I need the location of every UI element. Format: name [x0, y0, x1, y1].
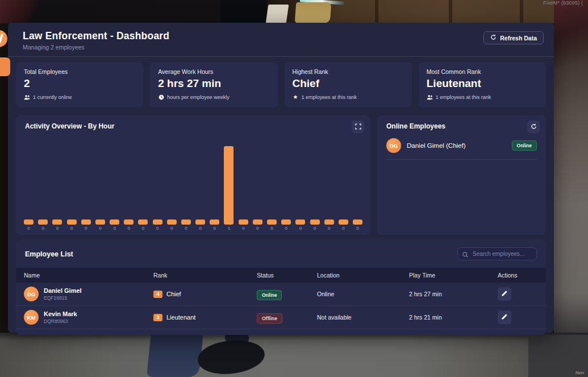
background-wall-slat — [449, 0, 452, 23]
stats-row: Total Employees 2 1 currently online Ave… — [16, 62, 546, 107]
bar-column: 0 — [193, 219, 207, 231]
side-tab[interactable] — [0, 57, 10, 76]
users-icon — [427, 94, 433, 100]
activity-bar[interactable] — [339, 219, 348, 225]
activity-bar[interactable] — [324, 219, 334, 225]
status-badge: Offline — [257, 313, 282, 324]
activity-bars: 000000000000001000000000 — [22, 146, 365, 231]
bar-column: 0 — [307, 219, 322, 231]
activity-bar[interactable] — [281, 219, 291, 225]
stat-value: 2 — [24, 77, 135, 90]
employee-id: EQF16815 — [44, 295, 82, 301]
bar-value-label: 0 — [214, 226, 216, 231]
bar-value-label: 0 — [299, 226, 302, 231]
activity-bar[interactable] — [67, 219, 77, 225]
rank-name: Chief — [166, 291, 181, 297]
activity-bar[interactable] — [181, 219, 191, 225]
pencil-icon — [501, 313, 508, 322]
activity-bar[interactable] — [124, 219, 134, 225]
avatar: DG — [386, 138, 401, 153]
bar-column: 0 — [179, 219, 193, 231]
bar-column: 0 — [65, 219, 79, 231]
status-badge: Online — [512, 140, 537, 151]
edit-employee-button[interactable] — [498, 287, 511, 301]
refresh-data-button[interactable]: Refresh Data — [483, 31, 544, 44]
bar-column: 0 — [93, 219, 107, 231]
activity-bar[interactable] — [24, 219, 34, 225]
bar-value-label: 0 — [270, 226, 273, 231]
avatar: KM — [24, 310, 39, 325]
play-time-cell: 2 hrs 21 min — [409, 314, 498, 321]
activity-bar[interactable] — [167, 219, 177, 225]
activity-bar[interactable] — [224, 146, 233, 225]
stat-footer-text: hours per employee weekly — [167, 94, 230, 100]
employee-list-title: Employee List — [25, 250, 73, 258]
actions-cell — [498, 310, 546, 324]
name-stack: Daniel Gimel EQF16815 — [44, 287, 82, 300]
fullscreen-icon — [355, 123, 361, 131]
bar-column: 0 — [36, 219, 50, 231]
bar-column: 0 — [136, 219, 150, 231]
edit-employee-button[interactable] — [498, 310, 511, 324]
bar-value-label: 0 — [128, 226, 130, 231]
activity-bar[interactable] — [153, 219, 162, 225]
bar-value-label: 0 — [356, 226, 358, 231]
activity-bar[interactable] — [353, 219, 362, 225]
bar-column: 0 — [236, 219, 251, 231]
bar-column: 0 — [22, 219, 36, 231]
bar-value-label: 0 — [42, 226, 44, 231]
stat-footer: 1 currently online — [24, 94, 135, 100]
activity-bar[interactable] — [110, 219, 119, 225]
refresh-online-button[interactable] — [527, 121, 540, 133]
background-player-leg — [147, 333, 203, 377]
bar-value-label: 0 — [342, 226, 344, 231]
online-employee-name: Daniel Gimel (Chief) — [407, 142, 466, 149]
background-wall-slat — [375, 0, 378, 23]
column-header-location: Location — [317, 272, 409, 279]
search-input[interactable] — [457, 247, 537, 260]
stat-card-average-work-hours: Average Work Hours 2 hrs 27 min hours pe… — [150, 62, 277, 107]
status-cell: Online — [257, 289, 317, 299]
stat-footer-text: 1 employees at this rank — [302, 94, 357, 100]
activity-bar[interactable] — [38, 219, 48, 225]
activity-bar[interactable] — [310, 219, 320, 225]
activity-bar[interactable] — [95, 219, 105, 225]
actions-cell — [498, 287, 546, 301]
bar-value-label: 0 — [170, 226, 173, 231]
background-monitor — [220, 0, 267, 23]
activity-bar[interactable] — [253, 219, 262, 225]
online-employee-item[interactable]: DG Daniel Gimel (Chief) Online — [386, 138, 537, 160]
table-row[interactable]: DG Daniel Gimel EQF16815 4 Chief Online … — [16, 283, 546, 306]
activity-bar[interactable] — [195, 219, 205, 225]
bar-column: 0 — [265, 219, 279, 231]
stat-footer-text: 1 currently online — [33, 94, 72, 100]
expand-chart-button[interactable] — [352, 121, 364, 133]
background-papers — [266, 5, 289, 23]
activity-bar[interactable] — [138, 219, 148, 225]
activity-bar[interactable] — [210, 219, 219, 225]
dashboard-header: Law Enforcement - Dashboard Managing 2 e… — [8, 23, 554, 57]
activity-bar[interactable] — [295, 219, 305, 225]
bar-value-label: 0 — [328, 226, 330, 231]
activity-bar[interactable] — [52, 219, 62, 225]
bar-column: 0 — [79, 219, 93, 231]
stat-label: Highest Rank — [293, 68, 404, 75]
clock-icon — [158, 94, 164, 100]
activity-bar[interactable] — [239, 219, 248, 225]
background-dark-corner — [554, 0, 588, 67]
activity-bar[interactable] — [267, 219, 277, 225]
table-row[interactable]: KM Kevin Mark DQR80963 3 Lieutenant Offl… — [16, 306, 546, 329]
side-logo — [0, 30, 7, 47]
background-game-scene-right — [554, 0, 588, 377]
bar-value-label: 1 — [228, 226, 230, 231]
bar-column: 0 — [322, 219, 336, 231]
stat-footer: hours per employee weekly — [158, 94, 269, 100]
search-wrap — [457, 247, 537, 260]
activity-bar[interactable] — [81, 219, 91, 225]
employee-name: Kevin Mark — [44, 310, 77, 318]
stat-label: Total Employees — [24, 68, 135, 75]
background-bag — [295, 2, 332, 23]
refresh-icon — [531, 123, 537, 131]
play-time-cell: 2 hrs 27 min — [409, 291, 498, 297]
bar-value-label: 0 — [256, 226, 258, 231]
